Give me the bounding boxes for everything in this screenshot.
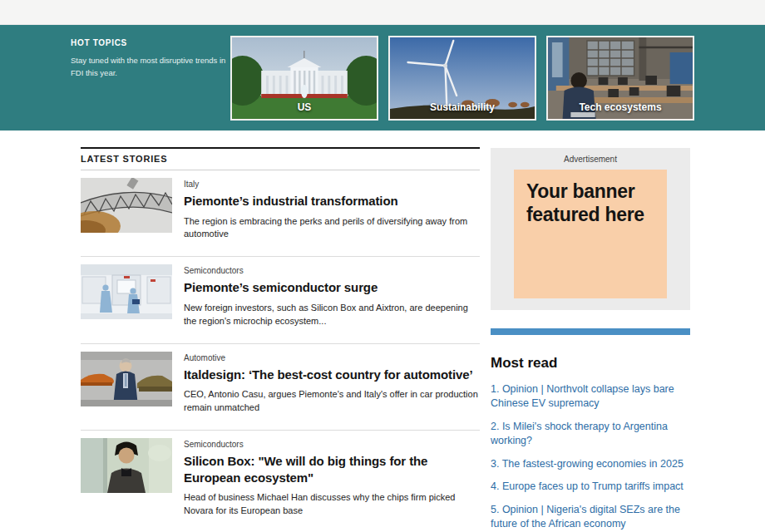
most-read-heading: Most read [491, 355, 690, 372]
advertisement-label: Advertisement [491, 155, 690, 164]
article-category[interactable]: Automotive [184, 353, 480, 362]
article-row[interactable]: Semiconductors Silicon Box: "We will do … [81, 431, 480, 532]
article-title[interactable]: Silicon Box: "We will do big things for … [184, 453, 480, 485]
sidebar: Advertisement Your banner featured here … [491, 148, 690, 532]
article-title[interactable]: Piemonte’s industrial transformation [184, 193, 480, 209]
article-thumbnail[interactable] [81, 178, 172, 233]
latest-stories-heading: LATEST STORIES [81, 154, 480, 164]
most-read-item[interactable]: 4. Europe faces up to Trump tariffs impa… [491, 480, 690, 494]
section-top-rule [81, 147, 480, 149]
article-summary: Head of business Michael Han discusses w… [184, 491, 480, 518]
ceo-in-showroom-image [81, 352, 172, 406]
advertisement-slot: Advertisement Your banner featured here [491, 148, 690, 310]
article-text: Semiconductors Silicon Box: "We will do … [184, 438, 480, 518]
topic-cards: US [230, 36, 694, 121]
topic-card-sustainability[interactable]: Sustainability [388, 36, 536, 121]
most-read-item[interactable]: 1. Opinion | Northvolt collapse lays bar… [491, 382, 690, 411]
topic-card-label: Tech ecosystems [548, 101, 693, 113]
article-summary: CEO, Antonio Casu, argues Piemonte's and… [184, 388, 480, 415]
topic-card-label: Sustainability [390, 101, 535, 113]
topic-card-tech-ecosystems[interactable]: Tech ecosystems [546, 36, 694, 121]
hot-topics-heading: HOT TOPICS [71, 38, 235, 47]
news-homepage: HOT TOPICS Stay tuned with the most disr… [0, 0, 765, 532]
article-row[interactable]: Automotive Italdesign: ‘The best-cost co… [81, 344, 480, 431]
article-category[interactable]: Semiconductors [184, 440, 480, 449]
article-category[interactable]: Semiconductors [184, 266, 480, 275]
top-strip [0, 0, 765, 25]
article-row[interactable]: Italy Piemonte’s industrial transformati… [81, 170, 480, 257]
article-thumbnail[interactable] [81, 352, 172, 406]
article-text: Semiconductors Piemonte’s semiconductor … [184, 264, 480, 328]
hot-topics-band: HOT TOPICS Stay tuned with the most disr… [0, 25, 765, 131]
most-read-item[interactable]: 2. Is Milei's shock therapy to Argentina… [491, 420, 690, 448]
article-summary: New foreign investors, such as Silicon B… [184, 302, 480, 328]
topic-card-label: US [232, 101, 377, 113]
article-category[interactable]: Italy [184, 180, 480, 189]
article-title[interactable]: Italdesign: ‘The best-cost country for a… [184, 367, 480, 383]
hot-topics-tagline: Stay tuned with the most disruptive tren… [71, 55, 235, 79]
article-text: Automotive Italdesign: ‘The best-cost co… [184, 352, 480, 415]
article-summary: The region is embracing the perks and pe… [184, 215, 480, 242]
steel-lattice-image [81, 178, 172, 233]
most-read-item[interactable]: 3. The fastest-growing economies in 2025 [491, 457, 690, 471]
most-read-item[interactable]: 5. Opinion | Nigeria's digital SEZs are … [491, 503, 690, 531]
most-read-list: 1. Opinion | Northvolt collapse lays bar… [491, 382, 690, 531]
article-text: Italy Piemonte’s industrial transformati… [184, 178, 480, 241]
advertisement-banner-text: Your banner featured here [526, 180, 654, 226]
article-thumbnail[interactable] [81, 264, 172, 319]
executive-portrait-image [81, 438, 172, 493]
article-row[interactable]: Semiconductors Piemonte’s semiconductor … [81, 257, 480, 343]
latest-stories-column: LATEST STORIES Italy [81, 147, 480, 532]
most-read-accent-bar [491, 328, 690, 335]
article-title[interactable]: Piemonte’s semiconductor surge [184, 279, 480, 296]
article-thumbnail[interactable] [81, 438, 172, 493]
cleanroom-workers-image [81, 264, 172, 319]
topic-card-us[interactable]: US [230, 36, 378, 121]
advertisement-banner[interactable]: Your banner featured here [514, 170, 667, 298]
hot-topics-copy: HOT TOPICS Stay tuned with the most disr… [71, 38, 235, 79]
